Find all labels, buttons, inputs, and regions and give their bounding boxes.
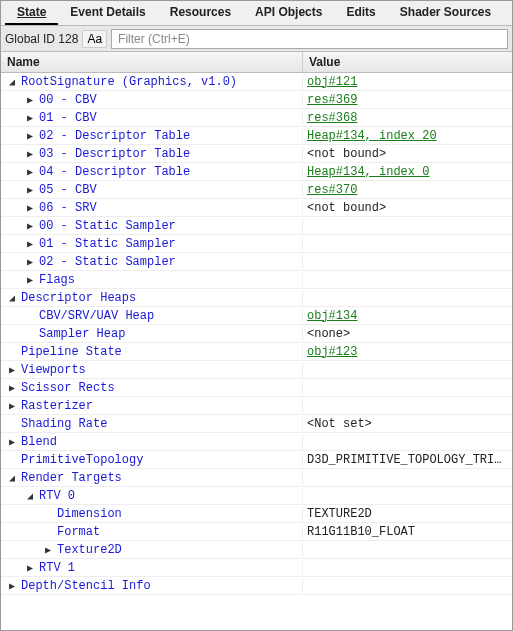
row-label: Shading Rate [21, 417, 107, 431]
expand-icon[interactable]: ▶ [25, 238, 35, 250]
row-label: 01 - Static Sampler [39, 237, 176, 251]
row-value-cell[interactable]: res#368 [303, 111, 512, 125]
expand-icon[interactable]: ▶ [7, 436, 17, 448]
value-link[interactable]: obj#121 [307, 75, 357, 89]
row-value-cell[interactable]: Heap#134, index 20 [303, 129, 512, 143]
toolbar: Global ID 128 Aa [1, 26, 512, 52]
tree-row[interactable]: ▶06 - SRV<not bound> [1, 199, 512, 217]
expand-icon[interactable]: ▶ [25, 148, 35, 160]
expand-icon[interactable]: ▶ [7, 382, 17, 394]
tab-resources[interactable]: Resources [158, 1, 243, 25]
row-name-cell: ▶Sampler Heap [1, 327, 303, 341]
row-name-cell: ◢Render Targets [1, 471, 303, 485]
value-link[interactable]: Heap#134, index 0 [307, 165, 429, 179]
tab-edits[interactable]: Edits [334, 1, 387, 25]
tree-row[interactable]: ▶Sampler Heap<none> [1, 325, 512, 343]
tree-row[interactable]: ▶01 - CBVres#368 [1, 109, 512, 127]
expand-icon[interactable]: ▶ [25, 94, 35, 106]
tree-row[interactable]: ▶CBV/SRV/UAV Heapobj#134 [1, 307, 512, 325]
row-name-cell: ▶06 - SRV [1, 201, 303, 215]
filter-input[interactable] [111, 29, 508, 49]
tree-row[interactable]: ◢RTV 0 [1, 487, 512, 505]
value-link[interactable]: obj#134 [307, 309, 357, 323]
row-value-cell[interactable]: obj#123 [303, 345, 512, 359]
expand-icon[interactable]: ▶ [25, 220, 35, 232]
collapse-icon[interactable]: ◢ [7, 472, 17, 484]
tree-row[interactable]: ▶Texture2D [1, 541, 512, 559]
tree-row[interactable]: ▶DimensionTEXTURE2D [1, 505, 512, 523]
row-value-cell[interactable]: obj#121 [303, 75, 512, 89]
expand-icon[interactable]: ▶ [25, 166, 35, 178]
expand-icon[interactable]: ▶ [25, 184, 35, 196]
tree-row[interactable]: ▶Rasterizer [1, 397, 512, 415]
collapse-icon[interactable]: ◢ [7, 292, 17, 304]
expand-icon[interactable]: ▶ [25, 202, 35, 214]
global-id-label: Global ID 128 [5, 32, 78, 46]
expand-icon[interactable]: ▶ [7, 364, 17, 376]
tree-row[interactable]: ▶02 - Descriptor TableHeap#134, index 20 [1, 127, 512, 145]
tree-row[interactable]: ▶Pipeline Stateobj#123 [1, 343, 512, 361]
value-link[interactable]: res#368 [307, 111, 357, 125]
tree-row[interactable]: ▶03 - Descriptor Table<not bound> [1, 145, 512, 163]
expand-icon[interactable]: ▶ [7, 400, 17, 412]
case-toggle-button[interactable]: Aa [82, 30, 107, 48]
tree-view[interactable]: ◢RootSignature (Graphics, v1.0)obj#121▶0… [1, 73, 512, 631]
expand-icon[interactable]: ▶ [7, 580, 17, 592]
row-name-cell: ▶01 - CBV [1, 111, 303, 125]
tab-state[interactable]: State [5, 1, 58, 25]
tree-row[interactable]: ▶05 - CBVres#370 [1, 181, 512, 199]
row-name-cell: ▶CBV/SRV/UAV Heap [1, 309, 303, 323]
header-name[interactable]: Name [1, 52, 303, 72]
tab-shader-sources[interactable]: Shader Sources [388, 1, 503, 25]
row-label: RootSignature (Graphics, v1.0) [21, 75, 237, 89]
tree-row[interactable]: ▶FormatR11G11B10_FLOAT [1, 523, 512, 541]
tree-row[interactable]: ▶Blend [1, 433, 512, 451]
tree-row[interactable]: ▶Viewports [1, 361, 512, 379]
collapse-icon[interactable]: ◢ [7, 76, 17, 88]
value-link[interactable]: Heap#134, index 20 [307, 129, 437, 143]
row-value-cell[interactable]: res#370 [303, 183, 512, 197]
row-name-cell: ▶Flags [1, 273, 303, 287]
row-label: Scissor Rects [21, 381, 115, 395]
header-value[interactable]: Value [303, 52, 512, 72]
expand-icon[interactable]: ▶ [25, 112, 35, 124]
tree-row[interactable]: ▶00 - CBVres#369 [1, 91, 512, 109]
row-name-cell: ◢RTV 0 [1, 489, 303, 503]
expand-icon[interactable]: ▶ [25, 256, 35, 268]
tree-row[interactable]: ▶04 - Descriptor TableHeap#134, index 0 [1, 163, 512, 181]
row-label: 02 - Static Sampler [39, 255, 176, 269]
row-label: Format [57, 525, 100, 539]
value-link[interactable]: obj#123 [307, 345, 357, 359]
tree-row[interactable]: ▶Scissor Rects [1, 379, 512, 397]
expand-icon[interactable]: ▶ [43, 544, 53, 556]
tree-row[interactable]: ◢Render Targets [1, 469, 512, 487]
row-label: RTV 1 [39, 561, 75, 575]
expand-icon[interactable]: ▶ [25, 130, 35, 142]
row-label: 03 - Descriptor Table [39, 147, 190, 161]
value-link[interactable]: res#369 [307, 93, 357, 107]
tree-row[interactable]: ▶RTV 1 [1, 559, 512, 577]
tree-row[interactable]: ▶Shading Rate<Not set> [1, 415, 512, 433]
collapse-icon[interactable]: ◢ [25, 490, 35, 502]
row-label: Texture2D [57, 543, 122, 557]
expand-icon[interactable]: ▶ [25, 562, 35, 574]
row-value-cell[interactable]: obj#134 [303, 309, 512, 323]
value-link[interactable]: res#370 [307, 183, 357, 197]
tree-row[interactable]: ▶Depth/Stencil Info [1, 577, 512, 595]
tree-row[interactable]: ▶02 - Static Sampler [1, 253, 512, 271]
expand-icon[interactable]: ▶ [25, 274, 35, 286]
tree-row[interactable]: ◢Descriptor Heaps [1, 289, 512, 307]
row-label: 01 - CBV [39, 111, 97, 125]
row-value-cell[interactable]: Heap#134, index 0 [303, 165, 512, 179]
row-value-cell[interactable]: res#369 [303, 93, 512, 107]
row-label: Flags [39, 273, 75, 287]
row-name-cell: ▶PrimitiveTopology [1, 453, 303, 467]
tree-row[interactable]: ▶PrimitiveTopologyD3D_PRIMITIVE_TOPOLOGY… [1, 451, 512, 469]
tree-row[interactable]: ◢RootSignature (Graphics, v1.0)obj#121 [1, 73, 512, 91]
tree-row[interactable]: ▶01 - Static Sampler [1, 235, 512, 253]
tab-api-objects[interactable]: API Objects [243, 1, 334, 25]
row-name-cell: ▶05 - CBV [1, 183, 303, 197]
tree-row[interactable]: ▶Flags [1, 271, 512, 289]
tree-row[interactable]: ▶00 - Static Sampler [1, 217, 512, 235]
tab-event-details[interactable]: Event Details [58, 1, 157, 25]
